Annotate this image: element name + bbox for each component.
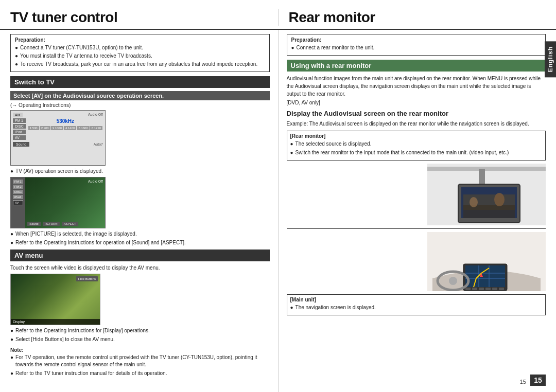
header-row: TV tuner control Rear monitor [0,0,556,30]
preset-4: 4 1400 [64,126,76,130]
bullet-icon: ● [10,230,13,238]
operating-instructions-note: (→ Operating Instructions) [10,102,270,108]
page-number-text: 15 [520,379,526,385]
preparation-box: Preparation: ● Connect a TV tuner (CY-TU… [10,34,270,72]
svg-rect-26 [499,288,504,290]
preset-3: 3 1000 [51,126,63,130]
hide-text: Select [Hide Buttons] to close the AV me… [15,336,115,343]
page-number-box: 15 [530,375,546,386]
av-menu-bar: Display [11,319,100,325]
select-av-text: Select [AV] on the Audiovisual source op… [13,93,164,99]
svg-point-10 [494,193,505,206]
refer-text: Refer to the Operating Instructions for … [15,239,186,246]
rear-monitor-illustration [427,164,546,225]
bullet-icon: ● [291,44,294,51]
note-text-2: Refer to the TV tuner instruction manual… [15,370,167,377]
bullet-icon: ● [290,149,293,156]
using-rear-monitor-desc: Audiovisual function images from the mai… [287,75,546,98]
sound-btn: Sound [13,142,29,147]
prep-text-3: To receive TV broadcasts, park your car … [20,61,257,68]
preset-6: 6 1720 [90,126,102,130]
preset-2: 2 900 [40,126,50,130]
svg-rect-21 [465,288,471,290]
av-disc: DISC [13,190,23,194]
right-prep-box: Preparation: ● Connect a rear monitor to… [287,34,546,56]
content-row: Preparation: ● Connect a TV tuner (CY-TU… [0,30,556,392]
tv-displayed-bullet: ● TV (AV) operation screen is displayed. [10,168,270,175]
av-main-area: Audio Off Sound RETURN ASPECT [25,177,105,228]
note-text-1: For TV operation, use the remote control… [15,354,269,368]
av-menu-header: AV menu [10,250,270,261]
av-fm1: FM 1 [13,180,23,184]
radio-screen-mockup: AM FM 1 DISC iPad AV Audio Off 530kHz 1 … [10,110,106,166]
return-btn: RETURN [43,222,60,226]
note-item-1: ● For TV operation, use the remote contr… [10,354,270,368]
rear-monitor-item-1: ● The selected source is displayed. [290,140,543,148]
main-unit-item-1: ● The navigation screen is displayed. [290,304,543,311]
display-av-title-text: Display the Audiovisual screen on the re… [287,110,448,117]
right-prep-title: Preparation: [291,37,542,43]
prep-item-2: ● You must install the TV antenna to rec… [15,52,265,60]
using-rear-monitor-header: Using with a rear monitor [287,60,546,72]
screen-main-area: Audio Off 530kHz 1 530 2 900 3 1000 4 14… [28,113,103,140]
select-av-header: Select [AV] on the Audiovisual source op… [10,91,270,100]
rear-monitor-box-title: [Rear monitor] [290,133,543,139]
tv-displayed-text: TV (AV) operation screen is displayed. [15,168,103,175]
hide-buttons-btn: Hide Buttons [76,276,98,281]
audio-off-right: Audio Off [88,180,103,183]
rear-monitor-svg [427,164,546,225]
left-column: Preparation: ● Connect a TV tuner (CY-TU… [10,30,278,392]
fm1-label: FM 1 [13,118,26,123]
rear-monitor-text-2: Switch the rear monitor to the input mod… [296,149,509,156]
main-unit-illustration [427,232,546,291]
bullet-icon: ● [290,304,293,311]
switch-to-tv-header: Switch to TV [10,76,270,88]
separator [287,228,546,229]
bullet-icon: ● [10,327,13,334]
bullet-icon: ● [15,52,18,60]
av-fm2: FM 2 [13,185,23,189]
av-display-bullet: ● Refer to the Operating Instructions fo… [10,327,270,334]
bullet-icon: ● [15,61,18,68]
aspect-btn: ASPECT [62,222,78,226]
rear-monitor-item-2: ● Switch the rear monitor to the input m… [290,149,543,156]
bullet-icon: ● [290,140,293,148]
svg-rect-25 [492,288,497,290]
left-column-header: TV tuner control [10,9,278,26]
am-row: AM [13,113,26,117]
hide-bullet: ● Select [Hide Buttons] to close the AV … [10,336,270,343]
av-side-buttons: FM 1 FM 2 DISC iPad AV [11,177,25,228]
display-av-desc-text: Example: The Audiovisual screen is displ… [287,121,529,127]
right-page-title: Rear monitor [289,9,375,26]
svg-rect-24 [485,288,491,290]
rear-monitor-text-1: The selected source is displayed. [296,140,372,148]
main-unit-info-box: [Main unit] ● The navigation screen is d… [287,294,546,315]
right-prep-item-1: ● Connect a rear monitor to the unit. [291,44,542,51]
main-unit-svg [427,232,546,291]
note-title: Note: [10,347,270,353]
av-screen-content: FM 1 FM 2 DISC iPad AV Audio Off Sound R… [11,177,105,228]
prep-text-2: You must install the TV antenna to recei… [20,52,152,60]
dvd-note: [DVD, AV only] [287,100,546,105]
right-column: Preparation: ● Connect a rear monitor to… [278,30,546,392]
screen-bottom-row: Sound Auto7 [13,142,103,147]
prep-item-3: ● To receive TV broadcasts, park your ca… [15,61,265,68]
auto7-label: Auto7 [94,142,103,146]
left-page-title: TV tuner control [10,9,117,25]
prep-item-1: ● Connect a TV tuner (CY-TUN153U, option… [15,44,265,51]
bullet-icon: ● [15,44,18,51]
av-bottom-btns: Sound RETURN ASPECT [27,222,78,226]
bullet-icon: ● [10,370,13,377]
english-tab: English [545,41,556,77]
display-av-desc: Example: The Audiovisual screen is displ… [287,120,546,128]
svg-point-9 [470,197,478,207]
ipad-label: iPad [13,130,26,134]
svg-rect-13 [465,265,505,287]
av-menu-screen: Display Hide Buttons [10,274,100,325]
rear-monitor-image-container [287,164,546,225]
preset-5: 5 1600 [77,126,89,130]
screen-top-row: AM FM 1 DISC iPad AV Audio Off 530kHz 1 … [13,113,103,140]
main-unit-image-container [287,232,546,291]
av-ipad: iPad [13,195,23,199]
freq-main: 530kHz [28,118,103,124]
